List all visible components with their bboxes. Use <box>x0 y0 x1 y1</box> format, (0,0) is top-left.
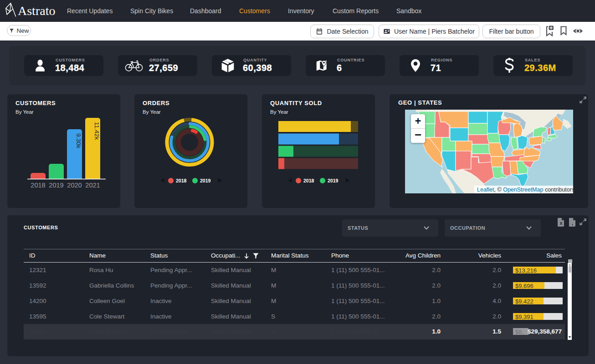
svg-text:Leaflet, © OpenStreetMap contr: Leaflet, © OpenStreetMap contributors <box>477 187 573 193</box>
svg-text:2020: 2020 <box>67 182 82 189</box>
svg-text:,: , <box>572 220 573 226</box>
svg-text:9.30k: 9.30k <box>75 133 82 148</box>
svg-text:2021: 2021 <box>85 182 100 189</box>
svg-text:x: x <box>560 221 563 226</box>
svg-text:11.42k: 11.42k <box>93 122 100 140</box>
svg-text:2019: 2019 <box>49 182 63 189</box>
svg-text:2018: 2018 <box>31 182 45 189</box>
